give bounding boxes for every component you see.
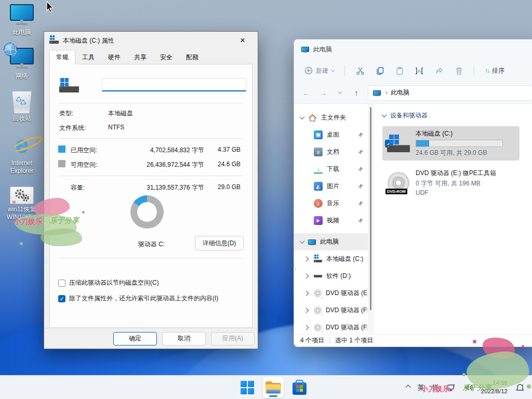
address-bar[interactable]: 此电脑 <box>368 85 532 101</box>
apply-button[interactable]: 应用(A) <box>211 332 255 345</box>
sidebar-item-drive-c[interactable]: 本地磁盘 (C:) <box>294 250 368 268</box>
download-icon: ↓ <box>314 165 323 174</box>
notification-bell-icon[interactable]: z <box>515 383 525 392</box>
used-space-bytes: 4,702,584,832 字节 <box>150 146 204 155</box>
sidebar-item-pictures[interactable]: ◭ 图片 <box>294 178 368 195</box>
copy-icon <box>376 66 384 75</box>
chevron-right-icon <box>304 291 309 296</box>
taskbar-file-explorer[interactable] <box>263 377 284 398</box>
compress-checkbox[interactable] <box>58 280 65 287</box>
forward-button[interactable]: → <box>316 86 330 100</box>
drive-d-icon <box>314 275 322 277</box>
new-button[interactable]: 新建 <box>300 63 338 78</box>
tab-tools[interactable]: 工具 <box>75 50 101 64</box>
type-label: 类型: <box>59 109 73 118</box>
sidebar-item-downloads[interactable]: ↓ 下载 <box>294 161 368 178</box>
status-divider <box>329 337 330 344</box>
sidebar-item-documents[interactable]: ≡ 文档 <box>294 143 368 161</box>
index-checkbox-row[interactable]: ✓ 除了文件属性外，还允许索引此驱动器上文件的内容(I) <box>58 294 218 303</box>
tab-sharing[interactable]: 共享 <box>127 50 153 64</box>
up-button[interactable]: ↑ <box>349 86 364 100</box>
sidebar-item-this-pc[interactable]: 此电脑 <box>294 233 368 250</box>
this-pc-icon <box>308 240 316 245</box>
recent-locations-button[interactable] <box>332 86 347 100</box>
scrollbar-thumb[interactable] <box>370 107 371 310</box>
taskbar-clock[interactable]: 14:55 2022/8/12 <box>481 379 508 395</box>
navigation-pane: 主文件夹 ▣ 桌面 ≡ 文档 ↓ 下载 ◭ 图片 <box>294 104 368 334</box>
share-button[interactable] <box>430 63 448 78</box>
chevron-right-icon <box>304 308 309 313</box>
sidebar-item-music[interactable]: ♪ 音乐 <box>294 195 368 212</box>
explorer-titlebar[interactable]: 此电脑 <box>294 39 532 59</box>
system-tray: 英 拼 14:55 2022/8/12 z <box>399 376 532 399</box>
sidebar-scrollbar[interactable] <box>368 104 374 334</box>
store-icon <box>292 382 307 395</box>
sort-button[interactable]: ↑↓ 排序 <box>481 63 509 78</box>
files-pane: 设备和驱动器 ✓ 本地磁盘 (C:) 24.6 GB 可用, 共 29.0 GB <box>374 104 532 334</box>
ime-language-indicator[interactable]: 英 <box>418 383 424 392</box>
taskbar: 英 拼 14:55 2022/8/12 z <box>0 375 532 399</box>
tab-general[interactable]: 常规 <box>49 50 75 64</box>
drive-info: 24.6 GB 可用, 共 29.0 GB <box>416 149 515 157</box>
drive-item-c[interactable]: ✓ 本地磁盘 (C:) 24.6 GB 可用, 共 29.0 GB <box>382 126 520 161</box>
sidebar-item-desktop[interactable]: ▣ 桌面 <box>294 126 368 143</box>
sidebar-item-dvd-g[interactable]: DVD 驱动器 (F:) <box>294 319 368 334</box>
cancel-button[interactable]: 取消 <box>162 332 206 345</box>
tab-quota[interactable]: 配额 <box>179 50 205 64</box>
speaker-icon[interactable] <box>464 383 473 392</box>
tab-security[interactable]: 安全 <box>153 50 179 64</box>
close-icon[interactable]: × <box>233 33 252 48</box>
desktop-icon-internet-explorer[interactable]: e Internet Explorer <box>3 134 41 175</box>
back-button[interactable]: ← <box>299 86 314 100</box>
sidebar-item-home[interactable]: 主文件夹 <box>294 109 368 126</box>
disk-usage-donut-chart <box>130 195 164 229</box>
cut-button[interactable] <box>351 63 369 78</box>
toolbar-separator <box>474 65 474 76</box>
used-space-label: 已用空间: <box>71 146 97 155</box>
gears-icon <box>10 187 34 204</box>
start-button[interactable] <box>237 377 258 398</box>
sidebar-item-dvd-e[interactable]: DVD 驱动器 (E:) <box>294 285 368 302</box>
free-space-gb: 24.6 GB <box>218 161 241 168</box>
desktop-icon-this-pc[interactable]: 此电脑 <box>3 4 41 36</box>
drive-item-dvd-e[interactable]: DVD-ROM DVD 驱动器 (E:) 微PE工具箱 0 字节 可用, 共 1… <box>382 166 520 200</box>
ok-button[interactable]: 确定 <box>113 332 157 345</box>
pin-icon <box>357 132 364 138</box>
dvd-drive-icon <box>314 324 322 331</box>
type-value: 本地磁盘 <box>108 109 133 118</box>
desktop-icon-recycle-bin[interactable]: ♺ ♺ 回收站 <box>3 91 41 123</box>
tab-hardware[interactable]: 硬件 <box>101 50 127 64</box>
taskbar-microsoft-store[interactable] <box>289 377 310 398</box>
paste-button[interactable] <box>391 63 408 78</box>
group-header-devices[interactable]: 设备和驱动器 <box>382 111 532 120</box>
breadcrumb[interactable]: 此电脑 <box>391 88 409 97</box>
rename-button[interactable]: A <box>410 63 428 78</box>
sort-icon: ↑↓ <box>485 67 489 74</box>
tray-chevron-up-icon[interactable] <box>405 385 410 390</box>
sidebar-item-drive-d[interactable]: 软件 (D:) <box>294 268 368 285</box>
volume-name-input[interactable] <box>102 78 246 91</box>
used-space-gb: 4.37 GB <box>218 146 241 153</box>
desktop-icon-network[interactable]: 网络 <box>3 48 41 80</box>
dialog-titlebar[interactable]: 本地磁盘 (C:) 属性 × <box>44 32 258 49</box>
delete-button[interactable] <box>450 63 468 78</box>
toolbar-separator <box>344 65 345 76</box>
copy-button[interactable] <box>371 63 389 78</box>
details-button[interactable]: 详细信息(D) <box>195 236 244 250</box>
sidebar-item-dvd-f[interactable]: DVD 驱动器 (F:) <box>294 302 368 319</box>
breadcrumb-chevron-icon <box>384 91 388 95</box>
chevron-down-icon <box>300 238 305 244</box>
music-icon: ♪ <box>314 199 323 208</box>
compress-checkbox-row[interactable]: 压缩此驱动器以节约磁盘空间(C) <box>58 278 159 287</box>
internet-explorer-icon: e <box>16 134 28 158</box>
sidebar-item-videos[interactable]: ▶ 视频 <box>294 212 368 229</box>
this-pc-icon <box>301 47 309 52</box>
index-checkbox[interactable]: ✓ <box>58 295 65 302</box>
drive-icon <box>49 37 59 44</box>
desktop-icon-win11-restore[interactable]: win11恢复WIN10经... <box>3 187 41 221</box>
chevron-right-icon <box>304 274 309 279</box>
ime-pinyin-indicator[interactable]: 拼 <box>432 383 439 392</box>
network-icon[interactable] <box>447 383 456 392</box>
pin-icon <box>357 149 364 155</box>
chevron-down-icon <box>331 68 335 72</box>
